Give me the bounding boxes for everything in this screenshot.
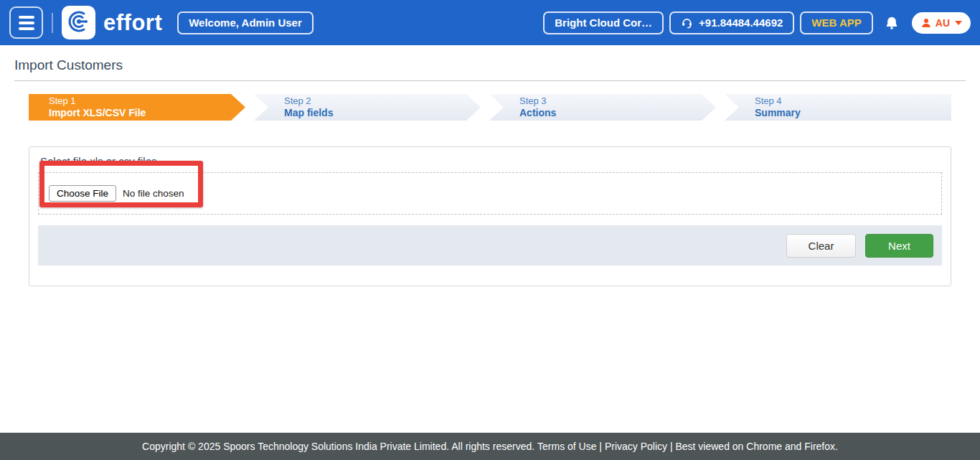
hamburger-icon (19, 16, 34, 19)
terms-of-use-link[interactable]: Terms of Use (537, 441, 596, 452)
select-file-label: Select file xls or csv files (40, 155, 942, 167)
choose-file-button[interactable]: Choose File (49, 185, 116, 202)
effort-logo-icon (67, 9, 91, 37)
step-label: Actions (519, 106, 716, 119)
web-app-button[interactable]: WEB APP (800, 11, 872, 34)
privacy-policy-link[interactable]: Privacy Policy (605, 441, 667, 452)
header-divider (52, 13, 53, 33)
footer: Copyright © 2025 Spoors Technology Solut… (0, 433, 980, 460)
wizard-step-4[interactable]: Step 4 Summary (725, 94, 951, 121)
wizard-step-2[interactable]: Step 2 Map fields (254, 94, 481, 121)
step-number: Step 4 (755, 95, 951, 107)
file-input[interactable]: Choose File No file chosen (49, 185, 931, 202)
step-label: Summary (755, 106, 951, 119)
app-header: effort Welcome, Admin User Bright Cloud … (0, 0, 980, 45)
headset-icon (681, 17, 693, 29)
step-number: Step 3 (519, 95, 716, 107)
notifications-bell-icon[interactable] (885, 15, 899, 31)
effort-logo[interactable] (62, 6, 95, 39)
import-file-card: Select file xls or csv files Choose File… (29, 146, 951, 286)
title-divider (14, 80, 966, 81)
brand-wordmark: effort (103, 10, 162, 36)
step-number: Step 2 (284, 95, 481, 107)
step-label: Import XLS/CSV File (49, 106, 245, 119)
best-viewed-text: | Best viewed on Chrome and Firefox. (667, 441, 838, 452)
wizard-step-3[interactable]: Step 3 Actions (489, 94, 716, 121)
support-phone-button[interactable]: +91.84484.44692 (669, 11, 794, 34)
hamburger-menu-button[interactable] (9, 6, 43, 39)
import-step-wizard: Step 1 Import XLS/CSV File Step 2 Map fi… (29, 94, 951, 121)
next-button[interactable]: Next (865, 234, 933, 258)
step-number: Step 1 (49, 95, 245, 107)
card-action-bar: Clear Next (38, 225, 942, 266)
avatar-initials: AU (936, 17, 950, 29)
chevron-down-icon (955, 21, 962, 25)
company-button[interactable]: Bright Cloud Cor… (543, 11, 664, 34)
user-avatar-menu[interactable]: AU (912, 12, 971, 34)
file-drop-area: Choose File No file chosen (38, 172, 942, 215)
welcome-user-button[interactable]: Welcome, Admin User (177, 11, 314, 34)
wizard-step-1[interactable]: Step 1 Import XLS/CSV File (29, 94, 245, 121)
copyright-text: Copyright © 2025 Spoors Technology Solut… (142, 441, 537, 452)
clear-button[interactable]: Clear (786, 234, 856, 258)
header-right-cluster: Bright Cloud Cor… +91.84484.44692 WEB AP… (543, 11, 971, 34)
step-label: Map fields (284, 106, 481, 119)
page-title: Import Customers (14, 57, 966, 73)
footer-separator: | (596, 441, 604, 452)
no-file-chosen-text: No file chosen (123, 188, 184, 199)
user-icon (920, 17, 932, 29)
support-phone-label: +91.84484.44692 (699, 17, 783, 29)
